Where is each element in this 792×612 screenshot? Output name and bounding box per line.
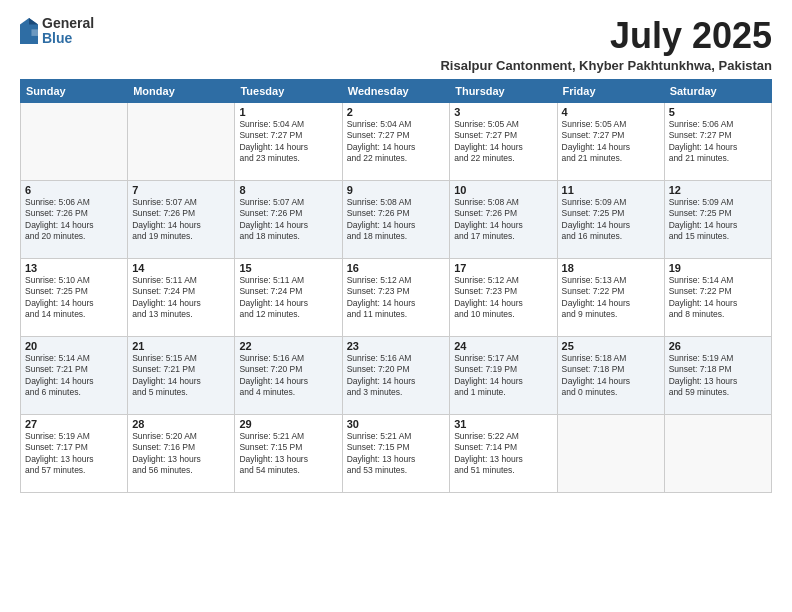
day-number: 22 <box>239 340 337 352</box>
month-title: July 2025 <box>440 16 772 56</box>
table-row: 14Sunrise: 5:11 AM Sunset: 7:24 PM Dayli… <box>128 258 235 336</box>
header-friday: Friday <box>557 79 664 102</box>
day-info: Sunrise: 5:14 AM Sunset: 7:22 PM Dayligh… <box>669 275 767 321</box>
table-row: 9Sunrise: 5:08 AM Sunset: 7:26 PM Daylig… <box>342 180 450 258</box>
day-info: Sunrise: 5:17 AM Sunset: 7:19 PM Dayligh… <box>454 353 552 399</box>
day-info: Sunrise: 5:21 AM Sunset: 7:15 PM Dayligh… <box>239 431 337 477</box>
day-number: 16 <box>347 262 446 274</box>
day-number: 20 <box>25 340 123 352</box>
day-info: Sunrise: 5:05 AM Sunset: 7:27 PM Dayligh… <box>562 119 660 165</box>
page: General Blue July 2025 Risalpur Cantonme… <box>0 0 792 612</box>
calendar-week-row: 27Sunrise: 5:19 AM Sunset: 7:17 PM Dayli… <box>21 414 772 492</box>
table-row: 28Sunrise: 5:20 AM Sunset: 7:16 PM Dayli… <box>128 414 235 492</box>
table-row: 5Sunrise: 5:06 AM Sunset: 7:27 PM Daylig… <box>664 102 771 180</box>
day-number: 31 <box>454 418 552 430</box>
day-number: 23 <box>347 340 446 352</box>
table-row: 6Sunrise: 5:06 AM Sunset: 7:26 PM Daylig… <box>21 180 128 258</box>
location-title: Risalpur Cantonment, Khyber Pakhtunkhwa,… <box>440 58 772 73</box>
logo-text: General Blue <box>42 16 94 47</box>
calendar-table: Sunday Monday Tuesday Wednesday Thursday… <box>20 79 772 493</box>
table-row: 1Sunrise: 5:04 AM Sunset: 7:27 PM Daylig… <box>235 102 342 180</box>
table-row: 2Sunrise: 5:04 AM Sunset: 7:27 PM Daylig… <box>342 102 450 180</box>
header-saturday: Saturday <box>664 79 771 102</box>
logo-icon <box>20 17 38 45</box>
table-row: 21Sunrise: 5:15 AM Sunset: 7:21 PM Dayli… <box>128 336 235 414</box>
day-number: 26 <box>669 340 767 352</box>
day-number: 8 <box>239 184 337 196</box>
day-number: 29 <box>239 418 337 430</box>
day-number: 6 <box>25 184 123 196</box>
day-info: Sunrise: 5:04 AM Sunset: 7:27 PM Dayligh… <box>347 119 446 165</box>
day-info: Sunrise: 5:19 AM Sunset: 7:18 PM Dayligh… <box>669 353 767 399</box>
day-info: Sunrise: 5:11 AM Sunset: 7:24 PM Dayligh… <box>239 275 337 321</box>
table-row: 26Sunrise: 5:19 AM Sunset: 7:18 PM Dayli… <box>664 336 771 414</box>
day-number: 28 <box>132 418 230 430</box>
day-info: Sunrise: 5:12 AM Sunset: 7:23 PM Dayligh… <box>347 275 446 321</box>
logo: General Blue <box>20 16 94 47</box>
day-number: 7 <box>132 184 230 196</box>
day-info: Sunrise: 5:06 AM Sunset: 7:26 PM Dayligh… <box>25 197 123 243</box>
day-info: Sunrise: 5:11 AM Sunset: 7:24 PM Dayligh… <box>132 275 230 321</box>
table-row: 18Sunrise: 5:13 AM Sunset: 7:22 PM Dayli… <box>557 258 664 336</box>
day-info: Sunrise: 5:06 AM Sunset: 7:27 PM Dayligh… <box>669 119 767 165</box>
day-number: 15 <box>239 262 337 274</box>
table-row: 23Sunrise: 5:16 AM Sunset: 7:20 PM Dayli… <box>342 336 450 414</box>
table-row: 11Sunrise: 5:09 AM Sunset: 7:25 PM Dayli… <box>557 180 664 258</box>
day-number: 17 <box>454 262 552 274</box>
day-info: Sunrise: 5:08 AM Sunset: 7:26 PM Dayligh… <box>347 197 446 243</box>
logo-blue-text: Blue <box>42 31 94 46</box>
table-row <box>128 102 235 180</box>
day-info: Sunrise: 5:12 AM Sunset: 7:23 PM Dayligh… <box>454 275 552 321</box>
day-number: 4 <box>562 106 660 118</box>
day-number: 10 <box>454 184 552 196</box>
calendar-week-row: 1Sunrise: 5:04 AM Sunset: 7:27 PM Daylig… <box>21 102 772 180</box>
day-number: 19 <box>669 262 767 274</box>
table-row: 7Sunrise: 5:07 AM Sunset: 7:26 PM Daylig… <box>128 180 235 258</box>
day-info: Sunrise: 5:16 AM Sunset: 7:20 PM Dayligh… <box>239 353 337 399</box>
table-row: 15Sunrise: 5:11 AM Sunset: 7:24 PM Dayli… <box>235 258 342 336</box>
day-info: Sunrise: 5:07 AM Sunset: 7:26 PM Dayligh… <box>239 197 337 243</box>
table-row: 12Sunrise: 5:09 AM Sunset: 7:25 PM Dayli… <box>664 180 771 258</box>
day-number: 1 <box>239 106 337 118</box>
table-row: 13Sunrise: 5:10 AM Sunset: 7:25 PM Dayli… <box>21 258 128 336</box>
header: General Blue July 2025 Risalpur Cantonme… <box>20 16 772 73</box>
svg-marker-2 <box>31 30 38 37</box>
day-info: Sunrise: 5:15 AM Sunset: 7:21 PM Dayligh… <box>132 353 230 399</box>
day-number: 2 <box>347 106 446 118</box>
day-number: 13 <box>25 262 123 274</box>
day-info: Sunrise: 5:18 AM Sunset: 7:18 PM Dayligh… <box>562 353 660 399</box>
svg-marker-1 <box>29 18 38 25</box>
title-block: July 2025 Risalpur Cantonment, Khyber Pa… <box>440 16 772 73</box>
header-monday: Monday <box>128 79 235 102</box>
day-number: 24 <box>454 340 552 352</box>
day-info: Sunrise: 5:13 AM Sunset: 7:22 PM Dayligh… <box>562 275 660 321</box>
table-row: 17Sunrise: 5:12 AM Sunset: 7:23 PM Dayli… <box>450 258 557 336</box>
table-row: 19Sunrise: 5:14 AM Sunset: 7:22 PM Dayli… <box>664 258 771 336</box>
day-number: 11 <box>562 184 660 196</box>
header-wednesday: Wednesday <box>342 79 450 102</box>
table-row: 22Sunrise: 5:16 AM Sunset: 7:20 PM Dayli… <box>235 336 342 414</box>
day-info: Sunrise: 5:04 AM Sunset: 7:27 PM Dayligh… <box>239 119 337 165</box>
day-info: Sunrise: 5:09 AM Sunset: 7:25 PM Dayligh… <box>669 197 767 243</box>
calendar-week-row: 13Sunrise: 5:10 AM Sunset: 7:25 PM Dayli… <box>21 258 772 336</box>
calendar-week-row: 20Sunrise: 5:14 AM Sunset: 7:21 PM Dayli… <box>21 336 772 414</box>
day-number: 3 <box>454 106 552 118</box>
table-row: 4Sunrise: 5:05 AM Sunset: 7:27 PM Daylig… <box>557 102 664 180</box>
table-row <box>664 414 771 492</box>
day-info: Sunrise: 5:05 AM Sunset: 7:27 PM Dayligh… <box>454 119 552 165</box>
table-row <box>21 102 128 180</box>
day-info: Sunrise: 5:21 AM Sunset: 7:15 PM Dayligh… <box>347 431 446 477</box>
table-row: 27Sunrise: 5:19 AM Sunset: 7:17 PM Dayli… <box>21 414 128 492</box>
day-info: Sunrise: 5:09 AM Sunset: 7:25 PM Dayligh… <box>562 197 660 243</box>
calendar-week-row: 6Sunrise: 5:06 AM Sunset: 7:26 PM Daylig… <box>21 180 772 258</box>
day-number: 18 <box>562 262 660 274</box>
table-row: 29Sunrise: 5:21 AM Sunset: 7:15 PM Dayli… <box>235 414 342 492</box>
table-row: 10Sunrise: 5:08 AM Sunset: 7:26 PM Dayli… <box>450 180 557 258</box>
day-info: Sunrise: 5:14 AM Sunset: 7:21 PM Dayligh… <box>25 353 123 399</box>
day-number: 25 <box>562 340 660 352</box>
day-info: Sunrise: 5:19 AM Sunset: 7:17 PM Dayligh… <box>25 431 123 477</box>
table-row: 30Sunrise: 5:21 AM Sunset: 7:15 PM Dayli… <box>342 414 450 492</box>
table-row: 8Sunrise: 5:07 AM Sunset: 7:26 PM Daylig… <box>235 180 342 258</box>
day-info: Sunrise: 5:20 AM Sunset: 7:16 PM Dayligh… <box>132 431 230 477</box>
day-number: 30 <box>347 418 446 430</box>
